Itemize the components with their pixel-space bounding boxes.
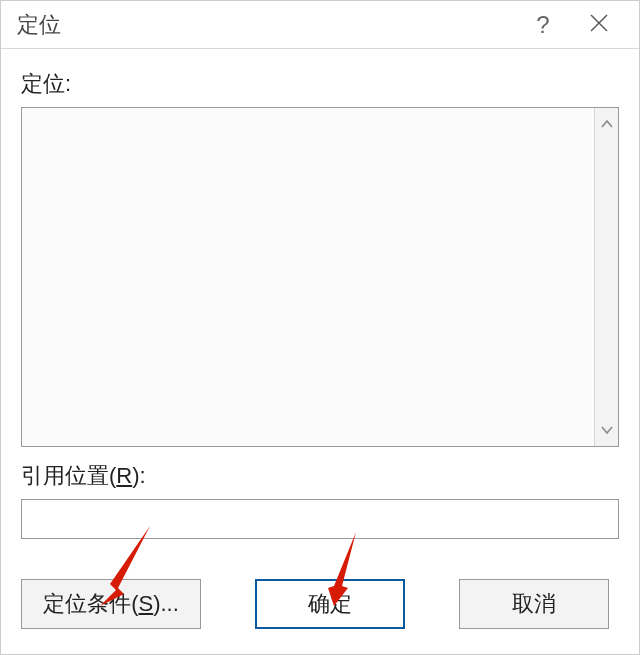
special-button[interactable]: 定位条件(S)... bbox=[21, 579, 201, 629]
close-icon bbox=[588, 12, 610, 38]
close-button[interactable] bbox=[571, 1, 627, 49]
cancel-button[interactable]: 取消 bbox=[459, 579, 609, 629]
reference-input[interactable] bbox=[21, 499, 619, 539]
chevron-down-icon bbox=[600, 421, 614, 439]
dialog-body: 定位: 引用位置(R): 定位条件(S bbox=[1, 49, 639, 654]
help-icon: ? bbox=[536, 11, 549, 39]
goto-listbox-container bbox=[21, 107, 619, 447]
reference-label: 引用位置(R): bbox=[21, 461, 619, 491]
titlebar: 定位 ? bbox=[1, 1, 639, 49]
button-row: 定位条件(S)... 确定 取消 bbox=[21, 579, 619, 629]
scroll-up-button[interactable] bbox=[595, 114, 618, 134]
ok-button[interactable]: 确定 bbox=[255, 579, 405, 629]
goto-label: 定位: bbox=[21, 69, 619, 99]
listbox-scrollbar[interactable] bbox=[594, 108, 618, 446]
scroll-down-button[interactable] bbox=[595, 420, 618, 440]
dialog-title: 定位 bbox=[17, 10, 61, 40]
goto-dialog: 定位 ? 定位: bbox=[0, 0, 640, 655]
goto-listbox[interactable] bbox=[22, 108, 594, 446]
chevron-up-icon bbox=[600, 115, 614, 133]
help-button[interactable]: ? bbox=[515, 1, 571, 49]
